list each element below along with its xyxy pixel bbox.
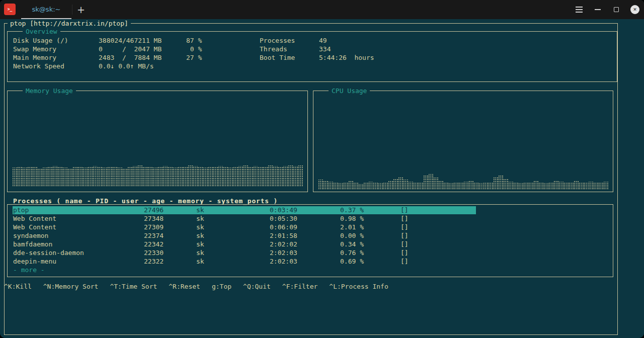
- process-age: 0:05:30: [270, 215, 297, 223]
- terminal-window: >_ sk@sk:~ + ✕ ptop [http://darxtrix.in/…: [0, 0, 644, 338]
- hamburger-icon: [576, 9, 583, 10]
- process-pid: 27309: [144, 223, 164, 231]
- memory-usage-graph: [12, 162, 303, 187]
- process-age: 2:01:58: [270, 232, 297, 240]
- key-hint-filter: ^F:Filter: [282, 283, 317, 290]
- minimize-button[interactable]: [593, 4, 603, 16]
- table-row[interactable]: Web Content 27309 sk 0:06:09 2.01 % []: [8, 223, 613, 232]
- process-user: sk: [196, 232, 204, 240]
- table-row[interactable]: ptop 27496 sk 0:03:49 0.37 % []: [8, 206, 613, 215]
- disk-usage-pct: 87 %: [186, 37, 202, 45]
- process-user: sk: [196, 223, 204, 231]
- process-ports: []: [400, 215, 409, 223]
- process-memory: 0.37 %: [340, 206, 364, 214]
- process-table-header: Processes ( name - PID - user - age - me…: [13, 197, 278, 205]
- main-memory-pct: 27 %: [186, 54, 202, 62]
- process-list: ptop 27496 sk 0:03:49 0.37 % [] Web Cont…: [8, 205, 613, 277]
- process-name: ptop: [13, 206, 29, 214]
- process-user: sk: [196, 249, 204, 257]
- more-indicator: - more -: [8, 266, 613, 275]
- terminal-screen[interactable]: ptop [http://darxtrix.in/ptop] Overview …: [0, 19, 644, 338]
- key-hint-reset: ^R:Reset: [169, 283, 200, 290]
- table-row[interactable]: bamfdaemon 22342 sk 2:02:02 0.34 % []: [8, 240, 613, 249]
- process-user: sk: [196, 215, 204, 223]
- maximize-button[interactable]: [611, 4, 621, 16]
- process-memory: 0.69 %: [340, 258, 364, 266]
- overview-panel: Overview Disk Usage (/) 388024/467211 MB…: [7, 31, 617, 82]
- process-ports: []: [400, 258, 409, 266]
- overview-row: Swap Memory 0 / 2047 MB 0 % Threads 334: [8, 45, 617, 54]
- processes-count: 49: [319, 37, 327, 45]
- main-memory-label: Main Memory: [13, 54, 56, 62]
- process-pid: 27496: [144, 206, 164, 214]
- process-name: syndaemon: [13, 232, 48, 240]
- process-ports: []: [400, 249, 409, 257]
- process-user: sk: [196, 258, 204, 266]
- cpu-usage-title: CPU Usage: [329, 87, 370, 95]
- titlebar: >_ sk@sk:~ + ✕: [0, 0, 644, 19]
- menu-icon[interactable]: [574, 4, 584, 16]
- process-memory: 0.98 %: [340, 215, 364, 223]
- footer-keybindings: ^K:Kill ^N:Memory Sort ^T:Time Sort ^R:R…: [4, 283, 388, 290]
- minimize-icon: [595, 9, 601, 10]
- process-memory: 0.00 %: [340, 232, 364, 240]
- key-hint-memory-sort: ^N:Memory Sort: [43, 283, 99, 290]
- threads-label: Threads: [260, 45, 287, 53]
- overview-row: Main Memory 2483 / 7884 MB 27 % Boot Tim…: [8, 54, 617, 62]
- process-pid: 22322: [144, 258, 164, 266]
- close-button[interactable]: ✕: [630, 4, 640, 16]
- swap-memory-pct: 0 %: [186, 45, 202, 53]
- memory-usage-panel: Memory Usage: [7, 91, 308, 192]
- process-user: sk: [196, 240, 204, 248]
- threads-count: 334: [319, 45, 331, 53]
- ptop-title: ptop [http://darxtrix.in/ptop]: [8, 20, 131, 27]
- process-age: 0:06:09: [270, 223, 297, 231]
- window-controls: ✕: [574, 0, 640, 19]
- table-row[interactable]: Web Content 27348 sk 0:05:30 0.98 % []: [8, 215, 613, 223]
- process-memory: 2.01 %: [340, 223, 364, 231]
- disk-usage-label: Disk Usage (/): [13, 37, 68, 45]
- process-pid: 22342: [144, 240, 164, 248]
- process-age: 2:02:03: [270, 249, 297, 257]
- process-pid: 22330: [144, 249, 164, 257]
- terminal-prompt-glyph: >_: [8, 8, 13, 12]
- process-memory: 0.34 %: [340, 240, 364, 248]
- process-table: ptop 27496 sk 0:03:49 0.37 % [] Web Cont…: [7, 204, 613, 277]
- boot-time-value: 5:44:26 hours: [319, 54, 374, 62]
- cpu-usage-panel: CPU Usage: [313, 91, 613, 192]
- process-age: 2:02:02: [270, 240, 297, 248]
- overview-row: Disk Usage (/) 388024/467211 MB 87 % Pro…: [8, 37, 617, 45]
- process-pid: 27348: [144, 215, 164, 223]
- process-ports: []: [400, 232, 409, 240]
- tab-active[interactable]: sk@sk:~: [21, 0, 71, 19]
- processes-label: Processes: [260, 37, 295, 45]
- process-name: dde-session-daemon: [13, 249, 84, 257]
- table-row[interactable]: dde-session-daemon 22330 sk 2:02:03 0.76…: [8, 249, 613, 258]
- process-ports: []: [400, 206, 409, 214]
- tab-separator: [72, 5, 72, 15]
- swap-memory-label: Swap Memory: [13, 45, 56, 53]
- process-pid: 22374: [144, 232, 164, 240]
- process-memory: 0.76 %: [340, 249, 364, 257]
- main-memory-value: 2483 / 7884 MB: [99, 54, 162, 62]
- process-name: Web Content: [13, 215, 56, 223]
- process-ports: []: [400, 240, 409, 248]
- table-row[interactable]: syndaemon 22374 sk 2:01:58 0.00 % []: [8, 232, 613, 240]
- terminal-app-icon: >_: [4, 4, 16, 15]
- process-ports: []: [400, 223, 409, 231]
- new-tab-button[interactable]: +: [75, 0, 87, 19]
- process-age: 2:02:03: [270, 258, 297, 266]
- process-name: deepin-menu: [13, 258, 56, 266]
- key-hint-process-info: ^L:Process Info: [329, 283, 388, 290]
- tab-title: sk@sk:~: [32, 6, 61, 13]
- cpu-usage-graph: [318, 170, 608, 190]
- table-row[interactable]: deepin-menu 22322 sk 2:02:03 0.69 % []: [8, 258, 613, 266]
- process-age: 0:03:49: [270, 206, 297, 214]
- key-hint-top: g:Top: [212, 283, 231, 290]
- overview-title: Overview: [23, 28, 60, 35]
- process-name: bamfdaemon: [13, 240, 52, 248]
- network-speed-label: Network Speed: [13, 62, 64, 70]
- key-hint-kill: ^K:Kill: [4, 283, 32, 290]
- swap-memory-value: 0 / 2047 MB: [99, 45, 162, 53]
- overview-row: Network Speed 0.0↓ 0.0↑ MB/s: [8, 62, 617, 71]
